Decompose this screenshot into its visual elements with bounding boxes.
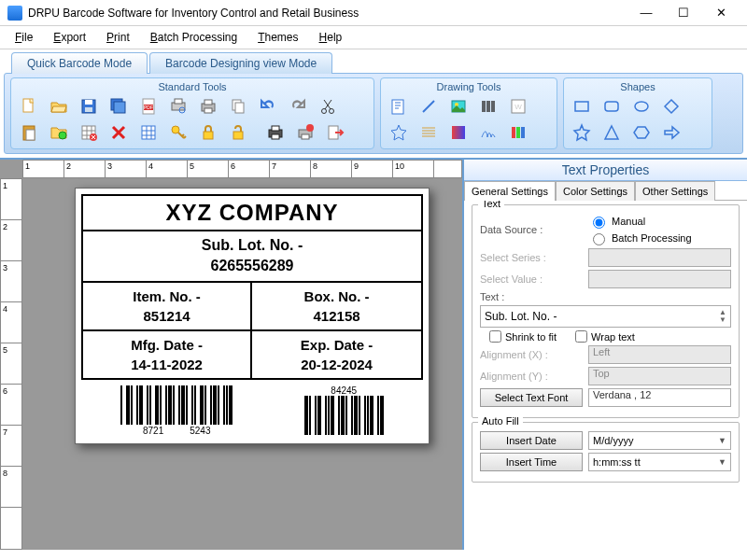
menu-print[interactable]: Print xyxy=(97,28,139,47)
print-preview-icon[interactable] xyxy=(164,94,192,119)
shrink-checkbox[interactable]: Shrink to fit xyxy=(489,330,557,343)
arrow-shape-icon[interactable] xyxy=(657,120,685,145)
paste-icon[interactable] xyxy=(15,120,43,145)
cut-icon[interactable] xyxy=(314,94,342,119)
menu-file[interactable]: File xyxy=(6,28,42,47)
open-icon[interactable] xyxy=(45,94,73,119)
barcode-1[interactable]: 87215243 xyxy=(120,385,233,436)
group-title-standard: Standard Tools xyxy=(15,80,370,94)
canvas-area[interactable]: 12345678910 12345678 XYZ COMPANY Sub. Lo… xyxy=(0,160,462,550)
batch-print-icon[interactable] xyxy=(291,120,319,145)
gradient-tool-icon[interactable] xyxy=(444,120,472,145)
svg-rect-2 xyxy=(85,100,92,105)
menu-help[interactable]: Help xyxy=(310,28,352,47)
menu-themes[interactable]: Themes xyxy=(248,28,307,47)
table-icon[interactable] xyxy=(134,120,162,145)
svg-point-18 xyxy=(330,109,334,114)
barcode-tool-icon[interactable] xyxy=(474,94,502,119)
time-format-select[interactable]: h:mm:ss tt▼ xyxy=(588,453,731,471)
barcode-2[interactable]: 84245 xyxy=(304,385,384,436)
date-format-select[interactable]: M/d/yyyy▼ xyxy=(588,431,731,450)
aligny-label: Alignment (Y) : xyxy=(480,371,583,382)
workspace: 12345678910 12345678 XYZ COMPANY Sub. Lo… xyxy=(0,158,747,550)
ribbon-group-standard: Standard Tools PDF xyxy=(10,77,374,149)
roundrect-shape-icon[interactable] xyxy=(598,94,626,119)
svg-rect-14 xyxy=(204,108,212,113)
save-icon[interactable] xyxy=(75,94,103,119)
export-pdf-icon[interactable]: PDF xyxy=(134,94,162,119)
ribbon: Standard Tools PDF D xyxy=(4,73,743,154)
key-icon[interactable] xyxy=(164,120,192,145)
tab-quick-mode[interactable]: Quick Barcode Mode xyxy=(11,52,148,74)
unlock-icon[interactable] xyxy=(224,120,252,145)
svg-point-21 xyxy=(59,132,66,139)
svg-text:W: W xyxy=(514,103,522,111)
new-icon[interactable] xyxy=(15,94,43,119)
undo-icon[interactable] xyxy=(254,94,282,119)
exit-icon[interactable] xyxy=(321,120,349,145)
svg-rect-43 xyxy=(521,127,525,138)
font-display: Verdana , 12 xyxy=(588,388,731,407)
wrap-checkbox[interactable]: Wrap text xyxy=(575,330,635,343)
star-shape-icon[interactable] xyxy=(568,120,596,145)
maximize-button[interactable]: ☐ xyxy=(665,6,702,20)
radio-batch[interactable]: Batch Processing xyxy=(588,231,692,245)
close-button[interactable]: ✕ xyxy=(702,6,740,20)
tab-other-settings[interactable]: Other Settings xyxy=(635,181,715,201)
ellipse-shape-icon[interactable] xyxy=(627,94,655,119)
redo-icon[interactable] xyxy=(284,94,312,119)
select-font-button[interactable]: Select Text Font xyxy=(480,388,583,407)
svg-rect-44 xyxy=(575,102,588,111)
chevron-down-icon: ▼ xyxy=(718,436,726,445)
aligny-select: Top xyxy=(588,367,731,385)
diamond-shape-icon[interactable] xyxy=(657,94,685,119)
tab-general-settings[interactable]: General Settings xyxy=(464,181,556,201)
radio-manual[interactable]: Manual xyxy=(588,214,692,229)
tab-color-settings[interactable]: Color Settings xyxy=(556,181,635,201)
properties-title: Text Properties xyxy=(464,160,747,181)
lock-icon[interactable] xyxy=(194,120,222,145)
print-dark-icon[interactable] xyxy=(261,120,289,145)
svg-rect-30 xyxy=(272,134,279,139)
library-tool-icon[interactable] xyxy=(504,120,532,145)
menu-export[interactable]: Export xyxy=(44,28,95,47)
svg-rect-10 xyxy=(175,99,182,104)
svg-rect-41 xyxy=(512,127,515,138)
spinner-arrows[interactable]: ▲▼ xyxy=(719,309,726,324)
label-exp[interactable]: Exp. Date -20-12-2024 xyxy=(251,330,422,379)
rect-shape-icon[interactable] xyxy=(568,94,596,119)
ruler-horizontal: 12345678910 xyxy=(22,160,462,178)
tab-design-mode[interactable]: Barcode Designing view Mode xyxy=(149,52,332,74)
label-item[interactable]: Item. No. -851214 xyxy=(82,282,251,330)
menu-batch[interactable]: Batch Processing xyxy=(141,28,247,47)
label-mfg[interactable]: Mfg. Date -14-11-2022 xyxy=(82,330,251,379)
hexagon-shape-icon[interactable] xyxy=(627,120,655,145)
svg-point-33 xyxy=(306,124,314,132)
delete-table-icon[interactable] xyxy=(75,120,103,145)
insert-date-button[interactable]: Insert Date xyxy=(480,431,583,450)
label-box[interactable]: Box. No. -412158 xyxy=(251,282,422,330)
alignx-label: Alignment (X) : xyxy=(480,349,583,360)
delete-icon[interactable] xyxy=(105,120,133,145)
chevron-down-icon: ▼ xyxy=(718,457,726,467)
copy-icon[interactable] xyxy=(224,94,252,119)
signature-tool-icon[interactable] xyxy=(474,120,502,145)
text-tool-icon[interactable] xyxy=(385,94,413,119)
watermark-tool-icon[interactable]: W xyxy=(504,94,532,119)
svg-text:PDF: PDF xyxy=(144,105,153,110)
line-tool-icon[interactable] xyxy=(415,94,443,119)
print-icon[interactable] xyxy=(194,94,222,119)
label-sublot[interactable]: Sub. Lot. No. -6265556289 xyxy=(82,231,422,282)
minimize-button[interactable]: — xyxy=(627,6,665,20)
insert-time-button[interactable]: Insert Time xyxy=(480,453,583,471)
multiline-tool-icon[interactable] xyxy=(415,120,443,145)
autofill-legend: Auto Fill xyxy=(478,415,523,427)
image-tool-icon[interactable] xyxy=(444,94,472,119)
triangle-shape-icon[interactable] xyxy=(598,120,626,145)
label-company[interactable]: XYZ COMPANY xyxy=(82,195,422,231)
text-input[interactable]: Sub. Lot. No. -▲▼ xyxy=(480,305,731,328)
star-tool-icon[interactable] xyxy=(385,120,413,145)
label-card[interactable]: XYZ COMPANY Sub. Lot. No. -6265556289 It… xyxy=(75,188,430,444)
save-all-icon[interactable] xyxy=(105,94,133,119)
folder-refresh-icon[interactable] xyxy=(45,120,73,145)
